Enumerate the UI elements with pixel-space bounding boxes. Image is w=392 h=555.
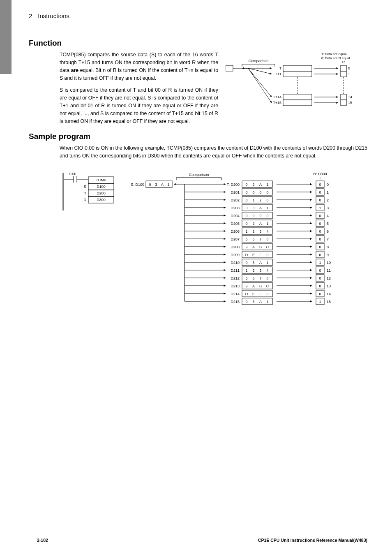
svg-text:D202: D202 bbox=[231, 198, 240, 202]
svg-text:4: 4 bbox=[327, 214, 329, 218]
svg-text:8: 8 bbox=[327, 245, 329, 249]
svg-text:0: 0 bbox=[245, 214, 247, 218]
svg-text:D203: D203 bbox=[231, 206, 240, 210]
svg-text:0: 0 bbox=[319, 276, 321, 280]
svg-text:T: T bbox=[84, 191, 87, 195]
svg-text:15: 15 bbox=[327, 300, 331, 304]
svg-text:F: F bbox=[259, 253, 262, 257]
svg-text:13: 13 bbox=[327, 284, 331, 288]
svg-text:A: A bbox=[259, 261, 262, 265]
svg-text:A: A bbox=[252, 245, 255, 249]
svg-text:3: 3 bbox=[327, 206, 329, 210]
svg-text:B: B bbox=[259, 284, 262, 288]
svg-text:S: D100: S: D100 bbox=[131, 183, 144, 187]
svg-text:D208: D208 bbox=[231, 245, 240, 249]
svg-text:0: 0 bbox=[319, 268, 321, 273]
heading-sample: Sample program bbox=[29, 132, 367, 141]
svg-text:14: 14 bbox=[348, 95, 352, 99]
svg-text:D211: D211 bbox=[231, 268, 240, 273]
svg-text:D212: D212 bbox=[231, 276, 240, 280]
svg-text:10: 10 bbox=[327, 261, 331, 265]
diagram-function: 1: Data are equal.0: Data aren't equal.S… bbox=[226, 51, 367, 130]
svg-text:D200: D200 bbox=[97, 191, 106, 195]
svg-text:0: 0 bbox=[259, 214, 261, 218]
svg-text:0: 0 bbox=[319, 214, 321, 218]
svg-text:0: 0 bbox=[266, 253, 268, 257]
svg-text:6: 6 bbox=[252, 276, 254, 280]
svg-rect-10 bbox=[283, 65, 312, 71]
svg-text:D: D bbox=[245, 292, 248, 296]
svg-text:0: 0 bbox=[319, 284, 321, 288]
svg-text:D300: D300 bbox=[97, 198, 106, 202]
svg-text:1: 1 bbox=[266, 222, 268, 226]
svg-text:9: 9 bbox=[245, 284, 247, 288]
svg-text:8: 8 bbox=[266, 276, 268, 280]
svg-text:0: 0 bbox=[245, 261, 247, 265]
svg-text:11: 11 bbox=[327, 268, 331, 273]
svg-text:D: D bbox=[84, 198, 87, 202]
svg-text:2: 2 bbox=[252, 268, 254, 273]
svg-text:A: A bbox=[259, 222, 262, 226]
svg-text:B: B bbox=[259, 245, 262, 249]
svg-text:A: A bbox=[161, 183, 164, 187]
svg-text:0: 0 bbox=[319, 245, 321, 249]
svg-text:0: 0 bbox=[319, 292, 321, 296]
svg-text:12: 12 bbox=[327, 276, 331, 280]
svg-text:0: 0 bbox=[348, 66, 350, 70]
header-rule bbox=[29, 22, 367, 22]
svg-text:6: 6 bbox=[252, 237, 254, 241]
svg-text:S: S bbox=[84, 185, 86, 189]
side-tab bbox=[0, 0, 12, 74]
svg-text:1: 1 bbox=[266, 300, 268, 304]
svg-text:D206: D206 bbox=[231, 229, 240, 234]
svg-text:7: 7 bbox=[327, 237, 329, 241]
svg-line-22 bbox=[248, 68, 272, 97]
doc-title: CP1E CPU Unit Instructions Reference Man… bbox=[258, 538, 367, 543]
svg-text:9: 9 bbox=[245, 245, 247, 249]
svg-text:3: 3 bbox=[252, 300, 254, 304]
svg-rect-2 bbox=[226, 65, 233, 71]
svg-text:7: 7 bbox=[259, 276, 261, 280]
svg-text:0: 0 bbox=[319, 198, 321, 202]
svg-text:C: C bbox=[266, 284, 269, 288]
function-p2: S is compared to the content of T and bi… bbox=[60, 86, 218, 125]
svg-text:↓: ↓ bbox=[319, 175, 321, 180]
page-footer: 2-102 CP1E CPU Unit Instructions Referen… bbox=[37, 538, 367, 543]
svg-text:0: 0 bbox=[319, 237, 321, 241]
svg-text:TCMP: TCMP bbox=[96, 178, 106, 182]
svg-text:1: 1 bbox=[266, 261, 268, 265]
svg-text:0: 0 bbox=[327, 183, 329, 187]
svg-line-23 bbox=[248, 68, 272, 103]
svg-text:F: F bbox=[259, 292, 262, 296]
svg-text:0.00: 0.00 bbox=[69, 172, 76, 176]
svg-text:A: A bbox=[259, 206, 262, 210]
svg-text:9: 9 bbox=[327, 253, 329, 257]
svg-text:7: 7 bbox=[259, 237, 261, 241]
svg-text:2: 2 bbox=[259, 198, 261, 202]
svg-text:D201: D201 bbox=[231, 190, 240, 194]
svg-text:0: 0 bbox=[245, 198, 247, 202]
svg-text:1: 1 bbox=[319, 300, 321, 304]
svg-text:8: 8 bbox=[266, 237, 268, 241]
svg-text:D214: D214 bbox=[231, 292, 240, 296]
svg-text:2: 2 bbox=[252, 229, 254, 234]
svg-text:5: 5 bbox=[245, 237, 247, 241]
svg-text:3: 3 bbox=[252, 206, 254, 210]
svg-text:D: D bbox=[245, 253, 248, 257]
svg-text:14: 14 bbox=[327, 292, 331, 296]
svg-rect-13 bbox=[283, 100, 312, 106]
page-number: 2-102 bbox=[37, 538, 48, 543]
svg-text:0: 0 bbox=[252, 214, 254, 218]
svg-text:T+14: T+14 bbox=[273, 95, 281, 99]
svg-text:0: 0 bbox=[266, 190, 268, 194]
svg-text:D100: D100 bbox=[97, 185, 106, 189]
svg-text:0: 0 bbox=[266, 292, 268, 296]
svg-text:5: 5 bbox=[245, 276, 247, 280]
svg-rect-25 bbox=[341, 65, 346, 71]
svg-text:0: 0 bbox=[149, 183, 151, 187]
svg-text:5: 5 bbox=[327, 222, 329, 226]
section-number: 2 bbox=[29, 12, 32, 19]
svg-text:4: 4 bbox=[266, 229, 268, 234]
section-title: Instructions bbox=[38, 12, 69, 19]
svg-text:0: 0 bbox=[319, 229, 321, 234]
